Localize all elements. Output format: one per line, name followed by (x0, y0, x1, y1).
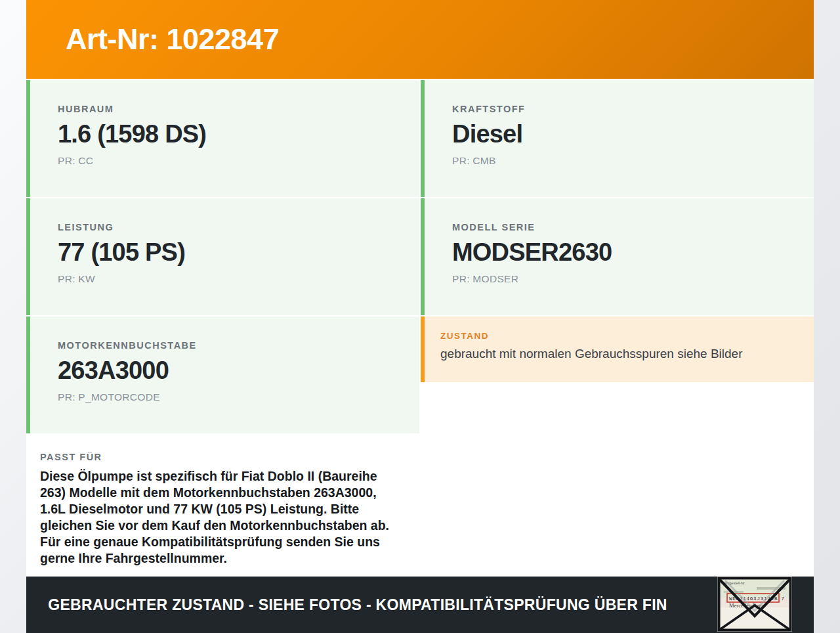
spec-value: 1.6 (1598 DS) (58, 121, 406, 148)
product-header: Art-Nr: 1022847 (26, 0, 814, 79)
condition-card: ZUSTAND gebraucht mit normalen Gebrauchs… (421, 316, 814, 382)
footer-banner: GEBRAUCHTER ZUSTAND - SIEHE FOTOS - KOMP… (26, 577, 814, 633)
spec-card-hubraum: HUBRAUM 1.6 (1598 DS) PR: CC (26, 80, 419, 197)
spec-value: MODSER2630 (452, 239, 801, 267)
spec-grid: HUBRAUM 1.6 (1598 DS) PR: CC LEISTUNG 77… (26, 79, 814, 575)
spec-value: 77 (105 PS) (58, 239, 406, 267)
spec-card-kraftstoff: KRAFTSTOFF Diesel PR: CMB (421, 80, 814, 197)
compatibility-section: PASST FÜR Diese Ölpumpe ist spezifisch f… (26, 435, 419, 575)
spec-label: KRAFTSTOFF (452, 104, 801, 114)
spec-label: HUBRAUM (58, 104, 406, 114)
spec-pr-code: PR: MODSER (452, 273, 801, 285)
page-title: Art-Nr: 1022847 (66, 22, 279, 56)
envelope-icon: Fahrgestell-Nr. WDB71463J3129B 7 Mercede… (717, 577, 792, 632)
spec-card-leistung: LEISTUNG 77 (105 PS) PR: KW (26, 198, 419, 315)
spec-pr-code: PR: CMB (452, 155, 801, 167)
spec-column-left: HUBRAUM 1.6 (1598 DS) PR: CC LEISTUNG 77… (26, 80, 419, 575)
spec-pr-code: PR: P_MOTORCODE (58, 391, 406, 403)
spec-column-right: KRAFTSTOFF Diesel PR: CMB MODELL SERIE M… (421, 80, 814, 575)
spec-card-motorkennbuchstabe: MOTORKENNBUCHSTABE 263A3000 PR: P_MOTORC… (26, 316, 419, 433)
empty-area (421, 383, 814, 575)
condition-label: ZUSTAND (440, 331, 801, 341)
footer-notice: GEBRAUCHTER ZUSTAND - SIEHE FOTOS - KOMP… (48, 596, 667, 614)
spec-label: MOTORKENNBUCHSTABE (58, 340, 406, 351)
vin-document-envelope-image: Fahrgestell-Nr. WDB71463J3129B 7 Mercede… (717, 577, 792, 632)
spec-value: 263A3000 (58, 357, 406, 385)
condition-text: gebraucht mit normalen Gebrauchsspuren s… (440, 347, 801, 361)
compatibility-text: Diese Ölpumpe ist spezifisch für Fiat Do… (40, 468, 405, 567)
listing-page: Art-Nr: 1022847 HUBRAUM 1.6 (1598 DS) PR… (26, 0, 814, 633)
spec-pr-code: PR: KW (58, 273, 406, 285)
spec-card-modell-serie: MODELL SERIE MODSER2630 PR: MODSER (421, 198, 814, 315)
compatibility-label: PASST FÜR (40, 452, 405, 462)
spec-label: MODELL SERIE (452, 222, 801, 232)
spec-label: LEISTUNG (58, 222, 406, 232)
spec-value: Diesel (452, 121, 801, 148)
spec-pr-code: PR: CC (58, 155, 406, 167)
